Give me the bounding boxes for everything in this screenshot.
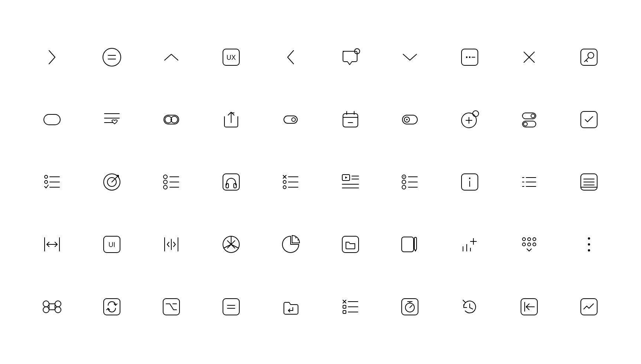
svg-point-106 — [533, 238, 536, 241]
svg-point-104 — [522, 238, 525, 241]
ui-box-icon: UI — [82, 213, 142, 276]
edit-panel-icon — [380, 213, 440, 276]
option-key-box-icon — [142, 276, 201, 338]
video-text-icon — [321, 151, 381, 213]
chevron-left-icon — [261, 26, 321, 88]
code-split-icon — [142, 213, 201, 276]
more-vertical-icon — [559, 213, 619, 276]
add-chart-icon — [440, 213, 500, 276]
svg-rect-54 — [226, 183, 229, 188]
svg-point-95 — [295, 237, 297, 238]
svg-rect-133 — [581, 299, 597, 315]
svg-rect-116 — [223, 299, 239, 315]
bullet-list-icon — [142, 151, 201, 213]
dialpad-icon — [499, 213, 559, 276]
trend-box-icon — [559, 276, 619, 338]
ux-label: UX — [226, 54, 236, 61]
svg-point-69 — [402, 185, 406, 189]
toggle-pair-icon — [142, 88, 201, 151]
chevron-up-icon — [142, 26, 201, 88]
toggle-on-icon — [261, 88, 321, 151]
svg-rect-23 — [343, 114, 358, 127]
width-constrain-icon — [22, 213, 82, 276]
folder-box-icon — [321, 213, 381, 276]
aperture-circle-icon — [201, 213, 261, 276]
add-notification-circle-icon — [440, 88, 500, 151]
target-icon — [82, 151, 142, 213]
svg-point-6 — [466, 56, 467, 58]
command-icon — [22, 276, 82, 338]
svg-point-48 — [164, 180, 167, 184]
svg-point-57 — [283, 186, 286, 189]
checklist-icon — [22, 151, 82, 213]
svg-point-30 — [406, 119, 408, 120]
chat-notification-icon — [321, 26, 381, 88]
svg-point-112 — [588, 249, 590, 251]
timer-box-icon — [380, 276, 440, 338]
favorite-list-icon — [82, 88, 142, 151]
svg-point-40 — [45, 175, 48, 178]
svg-point-0 — [103, 48, 121, 66]
svg-rect-98 — [402, 237, 414, 252]
svg-point-109 — [533, 243, 536, 246]
equals-circle-icon — [82, 26, 142, 88]
close-icon — [499, 26, 559, 88]
password-box-icon — [440, 26, 500, 88]
headphones-box-icon — [201, 151, 261, 213]
svg-rect-113 — [104, 299, 120, 315]
svg-rect-120 — [343, 311, 346, 313]
info-box-icon — [440, 151, 500, 213]
dual-toggle-icon — [499, 88, 559, 151]
ui-label: UI — [109, 241, 115, 248]
chevron-right-icon — [22, 26, 82, 88]
svg-rect-35 — [522, 113, 536, 119]
equals-box-icon — [201, 276, 261, 338]
svg-rect-124 — [402, 299, 418, 315]
svg-rect-55 — [234, 183, 236, 188]
svg-line-129 — [470, 308, 473, 309]
history-icon — [440, 276, 500, 338]
svg-point-68 — [402, 180, 406, 184]
enter-folder-icon — [261, 276, 321, 338]
svg-rect-97 — [342, 236, 359, 253]
svg-rect-39 — [581, 111, 597, 128]
svg-point-105 — [528, 238, 531, 241]
svg-line-14 — [586, 60, 587, 62]
back-box-icon — [499, 276, 559, 338]
svg-point-56 — [283, 181, 286, 183]
icon-grid: UX — [0, 0, 641, 364]
svg-point-36 — [531, 114, 535, 118]
repeat-box-icon — [82, 276, 142, 338]
svg-point-110 — [588, 237, 590, 240]
svg-rect-119 — [343, 305, 346, 308]
share-box-icon — [201, 88, 261, 151]
chevron-down-icon — [380, 26, 440, 88]
svg-point-47 — [164, 175, 167, 179]
svg-point-38 — [524, 122, 527, 126]
svg-point-107 — [522, 243, 525, 246]
svg-point-111 — [588, 243, 590, 246]
menu-lines-icon — [499, 151, 559, 213]
ux-box-icon: UX — [201, 26, 261, 88]
svg-point-7 — [469, 56, 470, 58]
svg-point-34 — [473, 111, 479, 117]
svg-point-96 — [298, 240, 299, 241]
toggle-dot-icon — [380, 88, 440, 151]
calendar-remove-icon — [321, 88, 381, 151]
svg-point-108 — [528, 243, 531, 246]
task-list-icon — [321, 276, 381, 338]
svg-rect-53 — [223, 174, 239, 190]
toggle-double-icon — [22, 88, 82, 151]
key-box-icon — [559, 26, 619, 88]
svg-point-22 — [292, 118, 295, 121]
svg-line-126 — [410, 305, 412, 308]
svg-point-74 — [469, 178, 470, 179]
svg-point-41 — [45, 181, 48, 183]
svg-point-49 — [164, 185, 167, 189]
text-box-icon — [559, 151, 619, 213]
radio-list-icon — [380, 151, 440, 213]
svg-point-67 — [404, 176, 405, 178]
svg-rect-37 — [522, 121, 536, 127]
remove-list-icon — [261, 151, 321, 213]
checkbox-icon — [559, 88, 619, 151]
